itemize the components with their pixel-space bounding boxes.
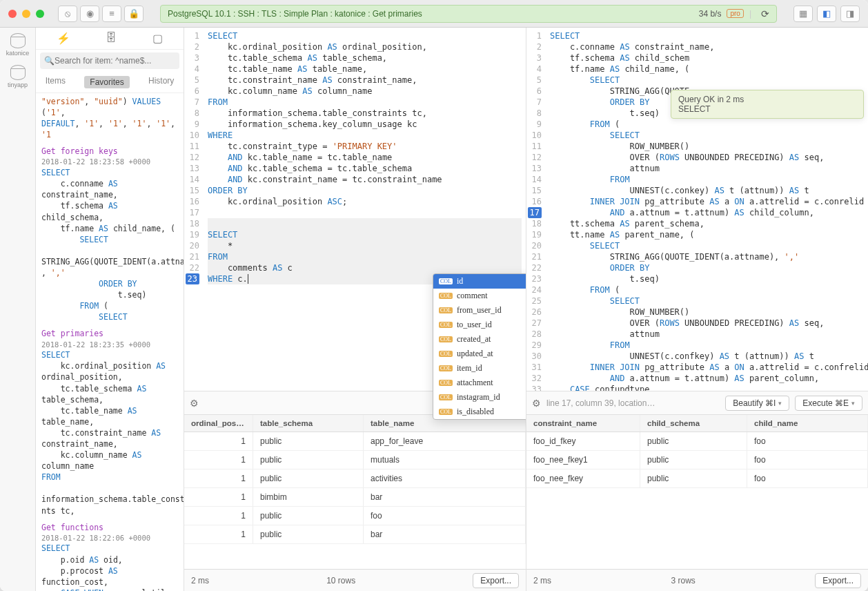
right-editor[interactable]: 1234567891011121314151617181920212223242… [526,28,868,391]
bolt-icon[interactable]: ⚡ [57,32,70,45]
query-notification[interactable]: Query OK in 2 ms SELECT [671,90,864,119]
rail-item-katonice[interactable]: katonice [6,33,30,57]
sidebar-search[interactable]: 🔍 [40,52,179,69]
connection-rail: katonice tinyapp [0,28,36,591]
gear-icon[interactable]: ⚙ [190,398,199,409]
table-row[interactable]: 1publicapp_for_leave [184,432,526,451]
notif-body: SELECT [678,104,856,114]
table-row[interactable]: foo_nee_fkey1publicfoo [526,451,868,469]
db-icon[interactable]: 🗄 [106,32,117,45]
col-header[interactable]: ordinal_position [184,415,253,432]
col-header[interactable]: child_name [747,415,868,432]
minimize-window-button[interactable] [22,10,30,18]
left-results: ordinal_position table_schema table_name… [184,414,526,591]
table-row[interactable]: 1bimbimbar [184,488,526,507]
connection-status[interactable]: PostgreSQL 10.1 : SSH : TLS : Simple Pla… [160,5,777,23]
snippet-sql: SELECT p.oid AS oid, p.procost AS functi… [41,543,178,591]
close-window-button[interactable] [8,10,17,18]
autocomplete-item[interactable]: COLattachmentbytea [433,376,526,390]
snippet-date: 2018-01-22 18:23:35 +0000 [41,340,178,350]
notif-title: Query OK in 2 ms [678,95,856,104]
snippet-date: 2018-01-22 18:23:58 +0000 [41,157,178,167]
window-controls [8,10,44,18]
table-row[interactable]: 1publicbar [184,525,526,544]
tab-items[interactable]: Items [46,76,66,88]
code-area[interactable]: SELECT c.conname AS constraint_name, tf.… [546,28,868,391]
table-row[interactable]: 1publicmutuals [184,451,526,469]
grid-view-button[interactable]: ▦ [793,6,813,22]
results-footer: 2 ms 10 rows Export... [184,569,526,591]
snippet-sql: SELECT kc.ordinal_position ASordinal_pos… [41,349,178,516]
autocomplete-item[interactable]: COLupdated_attimestamp [433,347,526,361]
table-row[interactable]: 1publicactivities [184,469,526,488]
snippet-preview-text: "version", "uuid") VALUES ('1',DEFAULT, … [41,96,178,140]
export-button[interactable]: Export... [815,573,861,588]
search-icon: 🔍 [44,56,55,66]
titlebar: ⦸ ◉ ≡ 🔒 PostgreSQL 10.1 : SSH : TLS : Si… [0,0,868,28]
right-pane: 1234567891011121314151617181920212223242… [526,28,868,591]
snippet-date: 2018-01-22 18:22:06 +0000 [41,533,178,543]
reveal-button[interactable]: ◉ [80,6,99,22]
table-row[interactable]: foo_nee_fkeypublicfoo [526,469,868,488]
split-left-button[interactable]: ◧ [817,6,836,22]
autocomplete-item[interactable]: COLitem_idint4 [433,361,526,376]
execute-button[interactable]: Execute ⌘E▾ [795,396,862,411]
autocomplete-item[interactable]: COLis_disabledbool [433,405,526,419]
gutter: 1234567891011121314151617181920212223242… [526,28,546,391]
indent-button[interactable]: ≡ [102,6,121,22]
sidebar-tabs: Items Favorites History [36,72,184,93]
autocomplete-popup[interactable]: COLidint4COLcommentvarcharCOLfrom_user_i… [433,273,526,420]
col-header[interactable]: constraint_name [526,415,640,432]
right-results: constraint_name child_schema child_name … [526,414,868,591]
reload-icon[interactable]: ⟳ [761,8,769,19]
snippet-list[interactable]: "version", "uuid") VALUES ('1',DEFAULT, … [36,93,184,591]
table-row[interactable]: 1publicfoo [184,507,526,525]
gutter: 1234567891011121314151617181920212223 [184,28,204,391]
rail-item-tinyapp[interactable]: tinyapp [8,65,28,88]
cursor-location: line 17, column 39, location… [546,398,720,408]
row-count: 3 rows [551,576,815,585]
query-time: 2 ms [191,576,209,585]
connection-label: PostgreSQL 10.1 : SSH : TLS : Simple Pla… [168,9,422,19]
stop-button[interactable]: ⦸ [58,6,77,22]
results-body[interactable]: foo_id_fkeypublicfoofoo_nee_fkey1publicf… [526,432,868,569]
tab-history[interactable]: History [148,76,174,88]
search-input[interactable] [55,56,175,66]
col-header[interactable]: child_schema [640,415,747,432]
snippet-title[interactable]: Get functions [41,522,178,533]
col-header[interactable]: table_schema [253,415,364,432]
query-time: 2 ms [533,576,551,585]
autocomplete-item[interactable]: COLfrom_user_idint4 [433,303,526,318]
autocomplete-item[interactable]: COLidint4 [433,274,526,289]
results-body[interactable]: 1publicapp_for_leave1publicmutuals1publi… [184,432,526,569]
autocomplete-item[interactable]: COLto_user_idint4 [433,318,526,332]
table-row[interactable]: foo_id_fkeypublicfoo [526,432,868,451]
autocomplete-item[interactable]: COLcreated_attimestamp [433,332,526,347]
tab-favorites[interactable]: Favorites [84,76,129,88]
lock-button[interactable]: 🔒 [124,6,144,22]
row-count: 10 rows [209,576,473,585]
bandwidth: 34 b/s [699,9,722,19]
autocomplete-item[interactable]: COLcommentvarchar [433,289,526,303]
snippet-sql: SELECT c.conname AS constraint_name, tf.… [41,167,178,322]
terminal-icon[interactable]: ▢ [152,32,163,45]
results-header: constraint_name child_schema child_name [526,415,868,432]
beautify-button[interactable]: Beautify ⌘I▾ [725,396,789,411]
sidebar: ⚡ 🗄 ▢ 🔍 Items Favorites History "version… [36,28,184,591]
pro-badge: pro [727,9,743,18]
snippet-title[interactable]: Get primaries [41,328,178,339]
split-right-button[interactable]: ◨ [840,6,860,22]
right-buttonbar: ⚙ line 17, column 39, location… Beautify… [526,391,868,414]
maximize-window-button[interactable] [36,10,44,18]
database-icon [10,65,26,80]
left-pane: 1234567891011121314151617181920212223 SE… [184,28,526,591]
export-button[interactable]: Export... [473,573,519,588]
gear-icon[interactable]: ⚙ [532,398,541,409]
snippet-title[interactable]: Get foreign keys [41,146,178,157]
autocomplete-item[interactable]: COLinstagram_idvarchar [433,390,526,405]
database-icon [10,33,26,48]
results-footer: 2 ms 3 rows Export... [526,569,868,591]
